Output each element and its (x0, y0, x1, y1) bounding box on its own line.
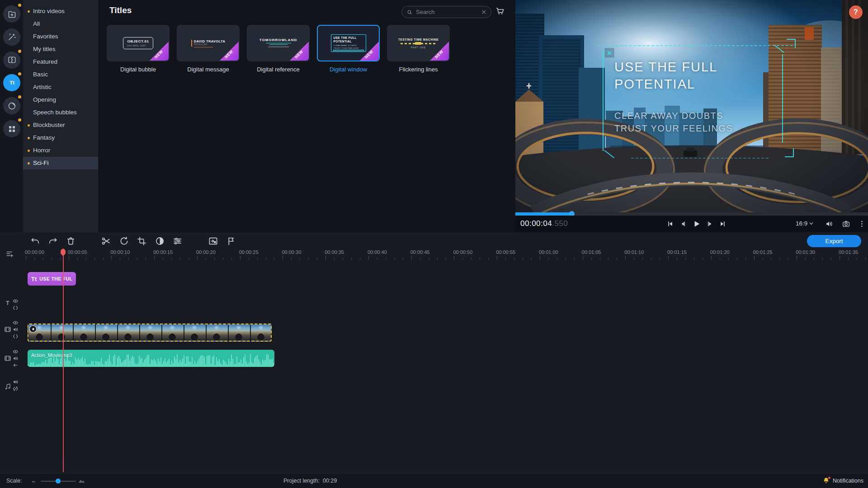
ruler-tick (300, 258, 300, 260)
ruler-tick (77, 258, 78, 260)
sliders-icon (172, 236, 184, 246)
overlay-track-visibility-toggle[interactable] (13, 320, 19, 326)
ruler-tick (308, 258, 309, 260)
ruler-tick (865, 258, 866, 260)
title-card-digital-bubble[interactable]: OBJECT.01044 ARXL-2587NEWDigital bubble (107, 25, 170, 73)
scale-slider-handle[interactable] (56, 479, 61, 483)
video-clip[interactable] (28, 324, 272, 342)
ruler-tick (223, 258, 223, 260)
sidebar-item-label: Horror (33, 147, 50, 154)
title-card-digital-window[interactable]: USE THE FULL POTENTIALCLEAR AWAY DOUBTST… (317, 25, 380, 73)
ruler-tick (69, 256, 69, 260)
sidebar-item-label: Blockbuster (33, 122, 65, 128)
ruler-tick (531, 258, 532, 260)
rail-more-tools-button[interactable] (3, 120, 20, 137)
title-card-digital-reference[interactable]: TOMORROWLANDNEWDigital reference (247, 25, 310, 73)
notifications-button[interactable]: Notifications (823, 477, 863, 484)
export-button[interactable]: Export (807, 235, 861, 247)
titles-panel: Titles ✕ OBJECT.01044 ARXL-2587NEWDigita… (98, 0, 515, 232)
title-card-flickering-lines[interactable]: TESTING TIME MACHINEPART ONENEWFlickerin… (387, 25, 450, 73)
ruler-tick (94, 258, 95, 260)
audio-track-unlink-toggle[interactable] (13, 386, 19, 392)
ruler-tick (685, 258, 686, 260)
audio-track-mute-toggle[interactable] (13, 379, 19, 385)
sidebar-item-sci-fi[interactable]: Sci-Fi (23, 157, 98, 169)
play-button[interactable] (692, 219, 701, 229)
sidebar-item-my-titles[interactable]: My titles (23, 43, 98, 56)
timeline-ruler[interactable]: 00:00:0000:00:0500:00:1000:00:1500:00:20… (0, 248, 868, 260)
search-input[interactable] (416, 9, 478, 15)
rail-transitions-button[interactable] (3, 52, 20, 69)
marker-button[interactable] (226, 235, 237, 247)
zoom-out-mountain-button[interactable] (31, 478, 37, 484)
video-track-mute-toggle[interactable] (13, 356, 19, 361)
color-adjustments-button[interactable] (154, 235, 166, 247)
previous-frame-button[interactable] (679, 220, 687, 228)
ruler-tick (600, 258, 600, 260)
sidebar-item-intro-videos[interactable]: Intro videos (23, 5, 98, 18)
ruler-tick (403, 258, 403, 260)
rail-stickers-button[interactable] (3, 97, 20, 114)
video-track-back-toggle[interactable] (13, 362, 19, 368)
ruler-label: 00:01:15 (667, 249, 687, 255)
sidebar-item-favorites[interactable]: Favorites (23, 30, 98, 43)
star-icon (31, 327, 35, 331)
svg-text:Tt: Tt (9, 80, 14, 86)
ruler-tick (377, 258, 377, 260)
help-button[interactable]: ? (849, 5, 863, 19)
overlay-close-button[interactable]: ✕ (604, 48, 614, 58)
redo-icon (47, 236, 59, 246)
sidebar-item-horror[interactable]: Horror (23, 144, 98, 157)
sidebar-item-speech-bubbles[interactable]: Speech bubbles (23, 106, 98, 119)
sidebar-item-featured[interactable]: Featured (23, 56, 98, 68)
rotate-button[interactable] (118, 235, 130, 247)
audio-clip-label: Action_Movie.mp3 (31, 352, 72, 358)
ruler-tick (771, 258, 771, 260)
clip-properties-button[interactable] (172, 235, 184, 247)
rail-import-button[interactable] (3, 5, 20, 23)
skip-to-start-button[interactable] (666, 220, 674, 228)
ruler-tick (86, 258, 86, 260)
sidebar-item-opening[interactable]: Opening (23, 94, 98, 106)
ruler-tick (754, 256, 755, 260)
split-button[interactable] (100, 235, 112, 247)
next-frame-button[interactable] (706, 220, 714, 228)
title-track-type-icon: T (4, 299, 11, 306)
title-card-digital-message[interactable]: DAVID TRAVOLTAPRODUCERNEWDigital message (177, 25, 240, 73)
title-card-thumbnail: OBJECT.01044 ARXL-2587NEW (107, 25, 170, 61)
overlay-track-link-toggle[interactable] (13, 333, 19, 339)
sidebar-item-blockbuster[interactable]: Blockbuster (23, 119, 98, 131)
ruler-tick (660, 258, 660, 260)
sidebar-item-artistic[interactable]: Artistic (23, 81, 98, 94)
audio-clip[interactable]: Action_Movie.mp3 (28, 350, 274, 367)
player-menu-button[interactable] (858, 220, 866, 228)
undo-button[interactable] (29, 235, 41, 247)
search-bar[interactable]: ✕ (401, 6, 491, 18)
sidebar-item-fantasy[interactable]: Fantasy (23, 131, 98, 144)
skip-to-end-button[interactable] (719, 220, 726, 228)
rail-titles-button[interactable]: Tt (3, 74, 20, 91)
aspect-ratio-dropdown[interactable]: 16:9 (796, 220, 814, 227)
title-clip[interactable]: Tt USE THE FUL (28, 272, 76, 286)
crop-button[interactable] (136, 235, 148, 247)
player-seekbar[interactable] (515, 212, 868, 216)
title-track-visibility-toggle[interactable] (13, 298, 19, 304)
rail-filters-button[interactable] (3, 28, 20, 46)
sidebar-item-all[interactable]: All (23, 18, 98, 30)
overlay-track-mute-toggle[interactable] (13, 327, 19, 333)
sidebar-item-basic[interactable]: Basic (23, 68, 98, 81)
export-frame-button[interactable] (208, 235, 219, 247)
title-card-thumbnail: TOMORROWLANDNEW (247, 25, 310, 61)
title-track-link-toggle[interactable] (13, 305, 19, 311)
new-content-dot (28, 162, 30, 164)
search-clear-icon[interactable]: ✕ (481, 9, 486, 15)
store-cart-button[interactable] (495, 6, 507, 18)
ruler-tick (317, 258, 317, 260)
zoom-in-mountain-button[interactable] (78, 477, 85, 484)
snapshot-button[interactable] (842, 220, 850, 228)
volume-button[interactable] (825, 220, 834, 228)
video-track-visibility-toggle[interactable] (13, 349, 19, 355)
delete-button[interactable] (65, 235, 77, 247)
ruler-label: 00:00:30 (282, 249, 301, 255)
redo-button[interactable] (47, 235, 59, 247)
